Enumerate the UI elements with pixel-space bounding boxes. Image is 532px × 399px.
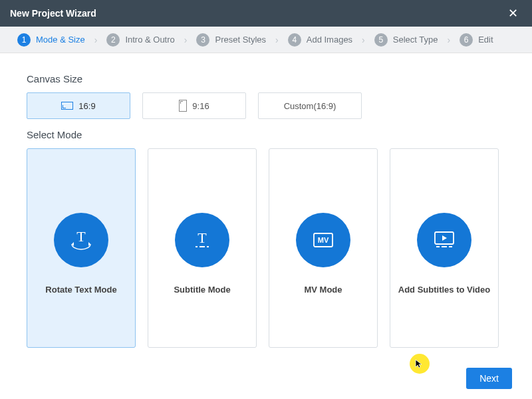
mode-label: MV Mode [300,285,346,295]
chevron-right-icon: › [362,35,365,45]
titlebar: New Project Wizard ✕ [0,0,532,27]
chevron-right-icon: › [275,35,279,45]
svg-text:MV: MV [318,236,329,244]
footer: Next [466,368,512,389]
canvas-option-label: 9:16 [192,101,209,111]
cursor-highlight [410,354,430,374]
step-number: 3 [196,33,209,47]
svg-text:T: T [76,228,86,245]
mode-grid: T Rotate Text Mode T Subtitle Mode [27,148,505,348]
step-add-images[interactable]: 4 Add Images [284,33,356,47]
step-preset-styles[interactable]: 3 Preset Styles [192,33,270,47]
window-title: New Project Wizard [10,8,96,19]
landscape-icon [61,102,73,110]
canvas-option-9-16[interactable]: 9:16 [142,92,246,119]
step-intro-outro[interactable]: 2 Intro & Outro [102,33,178,47]
mode-card-rotate-text[interactable]: T Rotate Text Mode [27,148,136,348]
content-area: Canvas Size 16:9 9:16 Custom(16:9) Selec… [0,53,532,348]
subtitle-icon: T [175,213,229,267]
step-select-type[interactable]: 5 Select Type [370,33,442,47]
step-number: 1 [17,33,31,47]
chevron-right-icon: › [94,35,98,45]
mv-icon: MV [296,213,350,267]
canvas-option-16-9[interactable]: 16:9 [27,92,130,119]
chevron-right-icon: › [447,35,450,45]
step-mode-size[interactable]: 1 Mode & Size [13,33,89,47]
mode-label: Subtitle Mode [170,285,234,295]
mode-card-add-subtitles[interactable]: Add Subtitles to Video [390,148,499,348]
chevron-right-icon: › [184,35,188,45]
canvas-option-label: Custom(16:9) [284,101,336,111]
canvas-size-title: Canvas Size [27,73,505,84]
step-number: 4 [288,33,301,47]
step-edit[interactable]: 6 Edit [456,33,497,47]
svg-text:T: T [198,229,207,246]
mode-card-mv[interactable]: MV MV Mode [269,148,378,348]
wizard-stepper: 1 Mode & Size › 2 Intro & Outro › 3 Pres… [0,27,532,53]
step-number: 2 [106,33,120,47]
step-label: Preset Styles [215,35,266,45]
video-subtitles-icon [417,213,471,267]
mode-card-subtitle[interactable]: T Subtitle Mode [148,148,257,348]
svg-marker-10 [442,235,447,241]
step-label: Edit [478,35,493,45]
close-icon[interactable]: ✕ [504,5,522,22]
portrait-icon [179,100,187,112]
step-label: Intro & Outro [125,35,174,45]
step-label: Mode & Size [36,35,85,45]
step-number: 6 [460,33,473,47]
rotate-text-icon: T [54,213,108,267]
mode-label: Add Subtitles to Video [394,285,494,295]
next-button[interactable]: Next [466,368,512,389]
canvas-option-custom[interactable]: Custom(16:9) [258,92,362,119]
mode-label: Rotate Text Mode [41,285,120,295]
canvas-options-row: 16:9 9:16 Custom(16:9) [27,92,505,119]
step-label: Add Images [307,35,352,45]
select-mode-title: Select Mode [27,129,505,140]
step-number: 5 [374,33,388,47]
canvas-option-label: 16:9 [78,101,95,111]
step-label: Select Type [393,35,438,45]
